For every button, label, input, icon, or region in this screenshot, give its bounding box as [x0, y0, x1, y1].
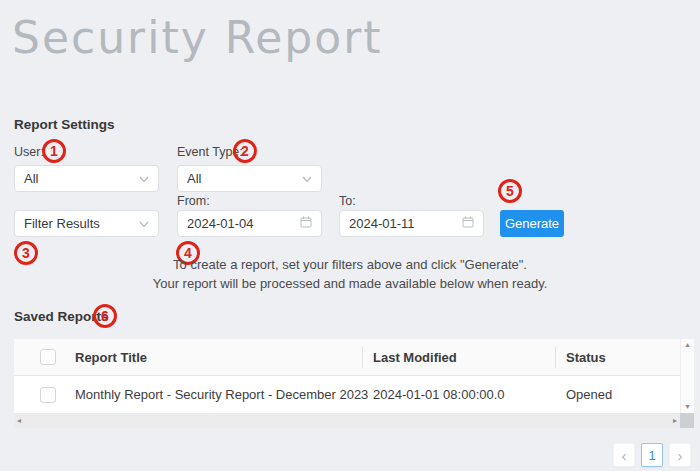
vertical-scrollbar[interactable]: ▴ ▾ — [680, 339, 694, 413]
select-all-checkbox[interactable] — [40, 349, 56, 365]
annotation-marker-6: 6 — [93, 304, 117, 328]
chevron-down-icon — [139, 216, 149, 231]
generate-button[interactable]: Generate — [500, 210, 564, 237]
from-label: From: — [177, 194, 210, 208]
help-text-line1: To create a report, set your filters abo… — [14, 256, 686, 275]
user-select-value: All — [24, 171, 38, 186]
column-divider — [555, 347, 556, 368]
event-type-select[interactable]: All — [177, 165, 322, 192]
column-divider — [362, 347, 363, 368]
filter-results-select[interactable]: Filter Results — [14, 210, 159, 237]
user-select[interactable]: All — [14, 165, 159, 192]
scroll-left-arrow-icon[interactable]: ◂ — [17, 417, 21, 425]
row-status: Opened — [566, 376, 612, 413]
to-date-input[interactable]: 2024-01-11 — [339, 210, 484, 237]
row-report-title: Monthly Report - Security Report - Decem… — [75, 376, 368, 413]
scroll-right-arrow-icon[interactable]: ▸ — [673, 417, 677, 425]
annotation-marker-5: 5 — [498, 179, 522, 203]
saved-reports-table: Report Title Last Modified Status Monthl… — [14, 339, 694, 428]
calendar-icon — [462, 216, 474, 231]
chevron-down-icon — [302, 171, 312, 186]
annotation-marker-2: 2 — [233, 139, 257, 163]
column-header-status: Status — [566, 339, 606, 375]
pagination-prev-button[interactable]: ‹ — [613, 443, 635, 467]
select-all-checkbox-cell — [40, 339, 56, 375]
pagination: ‹ 1 › — [613, 443, 691, 467]
table-header-row: Report Title Last Modified Status — [14, 339, 694, 376]
row-checkbox[interactable] — [40, 387, 56, 403]
pagination-page-1-button[interactable]: 1 — [641, 443, 663, 467]
pagination-next-button[interactable]: › — [669, 443, 691, 467]
table-row[interactable]: Monthly Report - Security Report - Decem… — [14, 376, 694, 413]
to-label: To: — [339, 194, 356, 208]
filter-results-value: Filter Results — [24, 216, 100, 231]
report-settings-heading: Report Settings — [14, 117, 115, 132]
from-date-input[interactable]: 2024-01-04 — [177, 210, 322, 237]
help-text: To create a report, set your filters abo… — [14, 256, 686, 293]
calendar-icon — [300, 216, 312, 231]
chevron-down-icon — [139, 171, 149, 186]
from-date-value: 2024-01-04 — [187, 216, 254, 231]
horizontal-scrollbar[interactable]: ◂ ▸ — [14, 413, 680, 428]
scroll-up-arrow-icon[interactable]: ▴ — [685, 341, 689, 349]
event-type-select-value: All — [187, 171, 201, 186]
row-checkbox-cell — [40, 376, 56, 413]
scrollbar-corner — [680, 413, 694, 428]
user-label: User: — [14, 145, 44, 159]
row-last-modified: 2024-01-01 08:00:00.0 — [373, 376, 505, 413]
column-header-report-title: Report Title — [75, 339, 147, 375]
column-header-last-modified: Last Modified — [373, 339, 457, 375]
scroll-down-arrow-icon[interactable]: ▾ — [685, 403, 689, 411]
annotation-marker-1: 1 — [42, 139, 66, 163]
help-text-line2: Your report will be processed and made a… — [14, 275, 686, 294]
page-title: Security Report — [12, 12, 383, 63]
to-date-value: 2024-01-11 — [349, 216, 415, 231]
